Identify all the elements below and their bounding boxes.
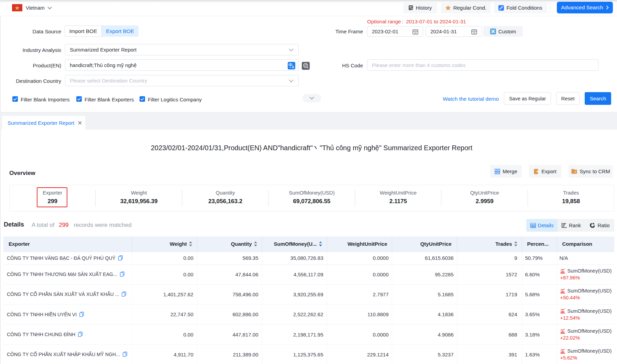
svg-text:A: A xyxy=(292,65,295,69)
